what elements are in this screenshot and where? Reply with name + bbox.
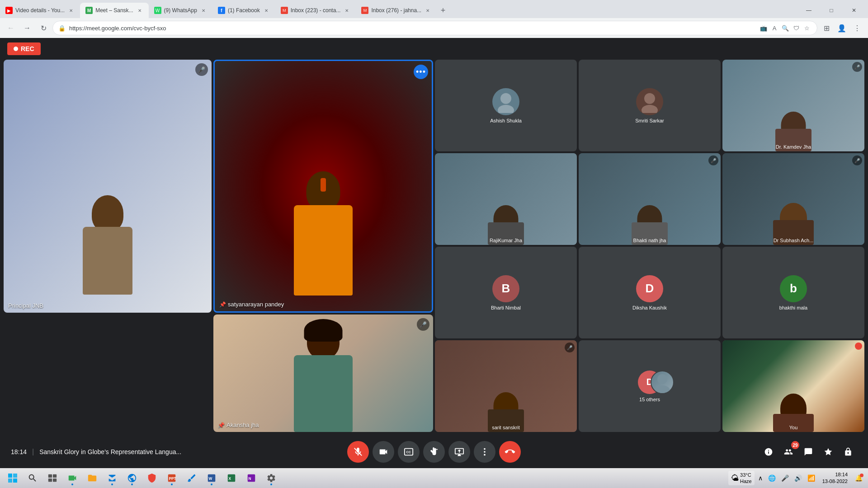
rec-button[interactable]: REC (7, 42, 41, 55)
profile-icon[interactable]: 👤 (835, 21, 849, 35)
translate-icon[interactable]: A (770, 23, 779, 33)
reload-button[interactable]: ↻ (36, 21, 51, 35)
tab-gmail1[interactable]: M Inbox (223) - conta... ✕ (275, 3, 356, 18)
photo-kamdev (722, 60, 864, 151)
svg-point-0 (500, 93, 511, 104)
tab-close-gmail2[interactable]: ✕ (424, 7, 431, 14)
video-tile-satya: 📌 satyanarayan pandey ••• (213, 60, 433, 313)
present-button[interactable] (448, 441, 470, 463)
tray-expand[interactable]: ∧ (756, 473, 764, 483)
security-icon[interactable]: 🛡 (792, 23, 801, 33)
lock-button[interactable] (839, 443, 857, 461)
tile-label-satya: 📌 satyanarayan pandey (219, 301, 284, 308)
tab-close-facebook[interactable]: ✕ (263, 7, 270, 14)
meet-app: REC Principal JNB 🎤 (0, 38, 868, 468)
tab-whatsapp[interactable]: W (9) WhatsApp ✕ (149, 3, 212, 18)
svg-point-3 (642, 105, 658, 113)
clock-date: 13-08-2022 (822, 478, 848, 485)
screen-cast-icon[interactable]: 📺 (759, 23, 768, 33)
tab-close-meet[interactable]: ✕ (136, 7, 143, 14)
tile-raji: RajiKumar Jha (435, 153, 577, 245)
photo-subhash (722, 153, 864, 245)
name-bhakti: Bhakti nath jha (632, 238, 668, 243)
mute-badge-principal: 🎤 (195, 63, 208, 76)
taskbar-onenote[interactable]: N (242, 470, 260, 486)
tile-bhaktimala: b bhakthi mala (722, 247, 864, 338)
tile-label-akansha: 📌 Akansha jha (218, 422, 259, 428)
tray-wifi[interactable]: 📶 (806, 473, 817, 483)
name-others: 15 others (637, 397, 662, 402)
activities-button[interactable] (819, 443, 837, 461)
tab-meet[interactable]: M Meet – Sansk... ✕ (80, 3, 148, 18)
svg-rect-15 (13, 479, 17, 483)
url-text: https://meet.google.com/cvc-bycf-sxo (69, 25, 755, 32)
svg-rect-19 (53, 479, 57, 482)
tab-close-whatsapp[interactable]: ✕ (200, 7, 207, 14)
options-button-satya[interactable]: ••• (414, 65, 428, 79)
people-count-badge: 29 (791, 441, 799, 449)
tile-sarit: sarit sanskrit 🎤 (435, 340, 577, 432)
name-subhash: Dr Subhash Ach... (772, 238, 816, 243)
controls-right: 29 (575, 443, 857, 461)
name-ashish: Ashish Shukla (488, 118, 524, 123)
zoom-icon[interactable]: 🔍 (781, 23, 790, 33)
raise-hand-button[interactable] (423, 441, 445, 463)
top-row: Principal JNB 🎤 📌 satyanarayan pandey (4, 60, 433, 313)
satya-figure (278, 167, 368, 311)
photo-raji (435, 153, 577, 245)
tab-gmail2[interactable]: M Inbox (276) - jahna... ✕ (356, 3, 437, 18)
taskbar-edge[interactable] (123, 470, 141, 486)
taskbar-word[interactable]: W (203, 470, 221, 486)
taskbar-powerpoint[interactable]: PPT (163, 470, 181, 486)
info-button[interactable] (760, 443, 778, 461)
taskbar-task-view[interactable] (43, 470, 61, 486)
lock-icon: 🔒 (58, 25, 66, 32)
tile-bharti: B Bharti Nimbal (435, 247, 577, 338)
notification-center[interactable]: 🔔 (853, 473, 864, 483)
mic-button[interactable] (347, 441, 369, 463)
forward-button[interactable]: → (20, 21, 34, 35)
pin-icon-akansha: 📌 (218, 422, 225, 428)
camera-button[interactable] (373, 441, 394, 463)
maximize-button[interactable]: □ (821, 3, 842, 18)
captions-button[interactable]: CC (398, 441, 420, 463)
tray-network[interactable]: 🌐 (766, 473, 778, 483)
svg-point-9 (484, 448, 486, 450)
tray-mic[interactable]: 🎤 (779, 473, 791, 483)
address-bar-row: ← → ↻ 🔒 https://meet.google.com/cvc-bycf… (0, 18, 868, 38)
tab-close-gmail1[interactable]: ✕ (343, 7, 350, 14)
taskbar-mcafee[interactable] (143, 470, 161, 486)
name-sarit: sarit sanskrit (490, 425, 522, 430)
people-button[interactable]: 29 (779, 443, 797, 461)
extensions-icon[interactable]: ⊞ (819, 21, 834, 35)
browser-menu-icon[interactable]: ⋮ (850, 21, 864, 35)
end-call-button[interactable] (499, 441, 521, 463)
back-button[interactable]: ← (4, 21, 18, 35)
weather-widget[interactable]: 🌤 33°C Haze (728, 471, 755, 486)
tab-bar: ▶ Video details - You... ✕ M Meet – Sans… (0, 0, 868, 18)
tab-facebook[interactable]: f (1) Facebook ✕ (212, 3, 275, 18)
minimize-button[interactable]: — (798, 3, 819, 18)
tab-youtube[interactable]: ▶ Video details - You... ✕ (0, 3, 80, 18)
meeting-time: 18:14 (11, 448, 27, 455)
close-button[interactable]: ✕ (844, 3, 864, 18)
bookmark-icon[interactable]: ☆ (802, 23, 811, 33)
taskbar-store[interactable] (103, 470, 121, 486)
tray-clock[interactable]: 18:14 13-08-2022 (819, 471, 851, 485)
more-options-button[interactable] (474, 441, 495, 463)
tab-close-youtube[interactable]: ✕ (67, 7, 75, 14)
start-button[interactable] (4, 470, 22, 486)
taskbar-search[interactable] (24, 470, 42, 486)
taskbar-paint[interactable] (183, 470, 201, 486)
chat-button[interactable] (799, 443, 817, 461)
taskbar-excel[interactable]: X (222, 470, 241, 486)
new-tab-button[interactable]: + (437, 4, 449, 17)
taskbar-settings[interactable] (262, 470, 280, 486)
name-smriti: Smriti Sarkar (633, 118, 666, 123)
taskbar-files[interactable] (83, 470, 101, 486)
name-raji: RajiKumar Jha (488, 238, 524, 243)
address-bar[interactable]: 🔒 https://meet.google.com/cvc-bycf-sxo 📺… (52, 21, 817, 35)
principal-figure (62, 186, 153, 313)
tray-volume[interactable]: 🔊 (793, 473, 804, 483)
taskbar-meet-app[interactable] (63, 470, 81, 486)
